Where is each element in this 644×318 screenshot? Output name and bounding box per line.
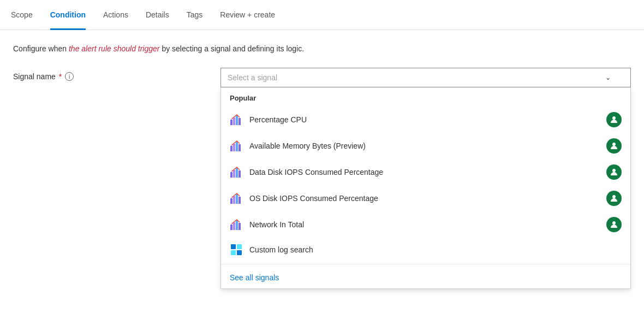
- signal-label-custom-log: Custom log search: [249, 245, 622, 254]
- dropdown-divider: [221, 264, 630, 264]
- nav-tabs: Scope Condition Actions Details Tags Rev…: [0, 0, 644, 30]
- chart-bar-icon: [230, 113, 243, 126]
- page-description: Configure when the alert rule should tri…: [13, 43, 631, 55]
- tab-condition[interactable]: Condition: [50, 1, 86, 30]
- chevron-down-icon: ⌄: [605, 74, 611, 81]
- svg-rect-11: [233, 170, 235, 178]
- badge-icon-data-disk: [606, 164, 622, 180]
- svg-rect-22: [236, 220, 238, 230]
- chart-bar-icon: [230, 218, 243, 231]
- list-item[interactable]: Custom log search: [221, 238, 630, 262]
- tab-actions[interactable]: Actions: [103, 1, 128, 30]
- svg-point-24: [612, 221, 616, 225]
- signal-label-os-disk: OS Disk IOPS Consumed Percentage: [249, 194, 600, 203]
- svg-rect-18: [238, 197, 241, 204]
- svg-point-19: [612, 195, 616, 198]
- svg-rect-16: [233, 196, 235, 204]
- signal-dropdown-panel: Popular Percentage CPU: [220, 87, 631, 289]
- main-content: Configure when the alert rule should tri…: [0, 30, 644, 87]
- desc-prefix: Configure when: [13, 44, 69, 53]
- badge-icon-network-in: [606, 217, 622, 232]
- svg-rect-10: [230, 172, 232, 178]
- signal-label-network-in: Network In Total: [249, 220, 600, 229]
- svg-rect-17: [236, 194, 238, 204]
- popular-section-header: Popular: [221, 87, 630, 107]
- desc-highlight: the alert rule should trigger: [69, 44, 160, 53]
- signal-select[interactable]: Select a signal ⌄: [220, 68, 631, 87]
- svg-rect-7: [236, 142, 238, 151]
- signal-name-label: Signal name * i: [13, 68, 210, 81]
- svg-rect-20: [230, 225, 232, 230]
- signal-label-pct-cpu: Percentage CPU: [249, 115, 600, 124]
- chart-bar-icon: [230, 166, 243, 179]
- svg-rect-5: [230, 146, 232, 151]
- svg-rect-3: [238, 118, 241, 125]
- tab-tags[interactable]: Tags: [187, 1, 203, 30]
- badge-icon-os-disk: [606, 191, 622, 206]
- signal-label-data-disk: Data Disk IOPS Consumed Percentage: [249, 168, 600, 176]
- custom-log-icon: [230, 243, 243, 256]
- see-all-signals-link[interactable]: See all signals: [221, 267, 630, 288]
- svg-point-14: [612, 169, 616, 172]
- signal-dropdown-wrapper: Select a signal ⌄ Popular: [220, 68, 631, 87]
- svg-rect-6: [233, 144, 235, 151]
- badge-icon-avail-mem: [606, 138, 622, 154]
- signal-label-avail-mem: Available Memory Bytes (Preview): [249, 142, 600, 150]
- tab-details[interactable]: Details: [146, 1, 169, 30]
- svg-rect-23: [238, 223, 241, 230]
- svg-rect-15: [230, 198, 232, 204]
- signal-name-field-row: Signal name * i Select a signal ⌄ Popula…: [13, 68, 631, 87]
- tab-scope[interactable]: Scope: [11, 1, 33, 30]
- list-item[interactable]: OS Disk IOPS Consumed Percentage: [221, 185, 630, 211]
- chart-bar-icon: [230, 192, 243, 205]
- tab-review-create[interactable]: Review + create: [220, 1, 275, 30]
- list-item[interactable]: Data Disk IOPS Consumed Percentage: [221, 159, 630, 185]
- svg-rect-21: [233, 222, 235, 230]
- svg-rect-1: [233, 117, 235, 125]
- field-label-text: Signal name: [13, 72, 56, 81]
- badge-icon-pct-cpu: [606, 112, 622, 127]
- svg-point-4: [612, 116, 616, 120]
- desc-suffix: by selecting a signal and defining its l…: [160, 44, 305, 53]
- svg-rect-2: [236, 115, 238, 125]
- list-item[interactable]: Percentage CPU: [221, 107, 630, 133]
- required-indicator: *: [59, 72, 62, 81]
- signal-select-placeholder: Select a signal: [228, 73, 277, 82]
- info-icon[interactable]: i: [65, 72, 74, 81]
- svg-rect-8: [238, 144, 241, 151]
- list-item[interactable]: Available Memory Bytes (Preview): [221, 133, 630, 159]
- svg-rect-0: [230, 120, 232, 125]
- svg-rect-12: [236, 168, 238, 178]
- list-item[interactable]: Network In Total: [221, 211, 630, 238]
- svg-point-9: [612, 143, 616, 146]
- svg-rect-13: [238, 170, 241, 178]
- chart-bar-icon: [230, 139, 243, 152]
